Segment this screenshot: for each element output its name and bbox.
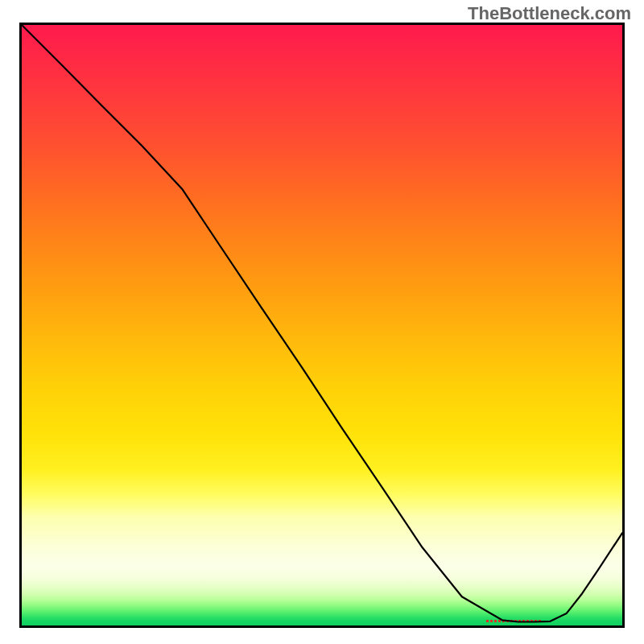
- curve-path: [22, 25, 622, 622]
- black-curve: [22, 25, 622, 625]
- plot-area: [19, 23, 625, 628]
- chart-container: TheBottleneck.com: [0, 0, 644, 644]
- watermark-text: TheBottleneck.com: [468, 3, 631, 24]
